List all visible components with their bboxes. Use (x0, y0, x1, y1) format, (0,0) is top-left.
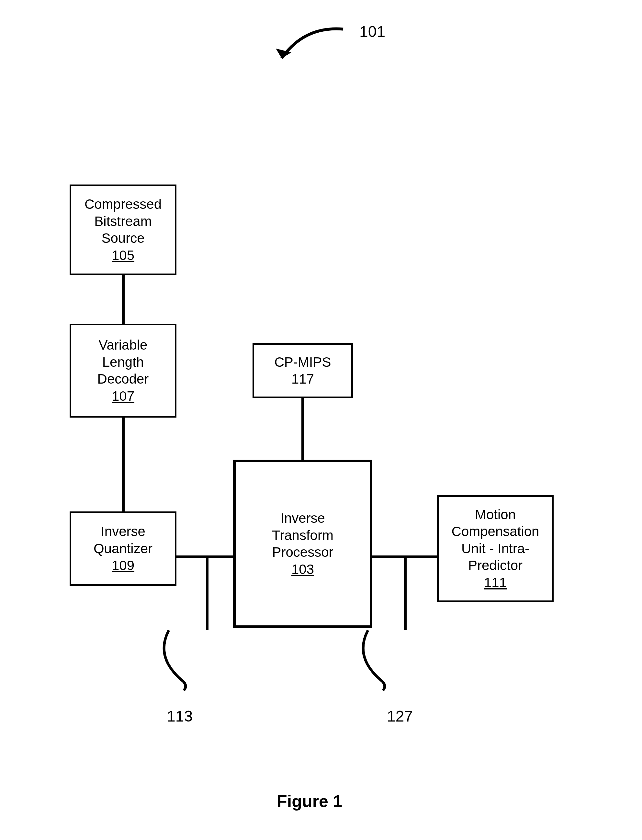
box-motion-compensation: Motion Compensation Unit - Intra- Predic… (437, 495, 554, 602)
text-motion-l2: Compensation (452, 523, 539, 540)
text-cpmips-ref: 117 (291, 371, 314, 388)
text-cpmips-l1: CP-MIPS (274, 354, 331, 371)
text-source-l2: Bitstream (94, 213, 151, 230)
text-motion-ref: 111 (484, 574, 507, 591)
text-source-ref: 105 (112, 247, 135, 264)
box-inverse-transform-processor: Inverse Transform Processor 103 (233, 460, 372, 628)
connector-cpmips-itp (302, 398, 304, 460)
text-source-l1: Compressed (84, 196, 162, 213)
box-inverse-quantizer: Inverse Quantizer 109 (70, 511, 177, 586)
tick-left (206, 555, 209, 630)
text-motion-l4: Predictor (468, 557, 522, 574)
text-quant-l2: Quantizer (94, 540, 152, 557)
connector-quant-itp (177, 555, 233, 558)
text-source-l3: Source (101, 230, 144, 247)
text-decoder-l1: Variable (99, 337, 148, 354)
text-motion-l1: Motion (475, 506, 516, 523)
text-decoder-ref: 107 (112, 388, 135, 405)
figure-arrow (269, 23, 353, 74)
connector-source-decoder (122, 275, 125, 324)
text-quant-ref: 109 (112, 557, 135, 574)
tick-right (404, 555, 407, 630)
text-itp-ref: 103 (291, 561, 314, 578)
connector-decoder-quantizer (122, 418, 125, 511)
pointer-label-127: 127 (387, 707, 413, 725)
figure-caption: Figure 1 (277, 791, 342, 811)
text-motion-l3: Unit - Intra- (461, 540, 529, 557)
box-compressed-bitstream-source: Compressed Bitstream Source 105 (70, 185, 177, 275)
pointer-arc-left (152, 628, 217, 693)
pointer-label-113: 113 (167, 707, 193, 725)
text-itp-l1: Inverse (280, 510, 325, 527)
box-variable-length-decoder: Variable Length Decoder 107 (70, 324, 177, 418)
text-itp-l2: Transform (272, 527, 334, 544)
text-quant-l1: Inverse (101, 523, 145, 540)
text-itp-l3: Processor (272, 544, 333, 561)
text-decoder-l2: Length (102, 354, 144, 371)
text-decoder-l3: Decoder (97, 371, 149, 388)
box-cp-mips: CP-MIPS 117 (253, 343, 353, 398)
pointer-arc-right (351, 628, 416, 693)
figure-id-label: 101 (359, 23, 385, 40)
